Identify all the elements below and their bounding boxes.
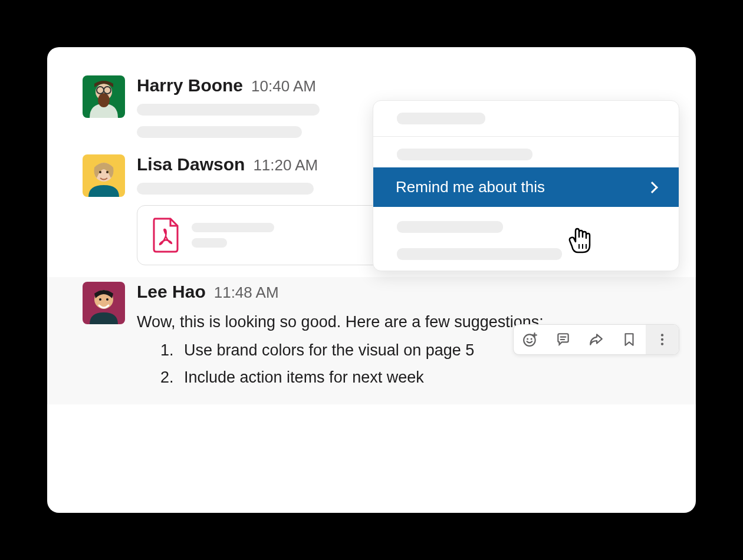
menu-item-label: Remind me about this	[396, 178, 545, 196]
list-item: Include action items for next week	[178, 365, 660, 390]
message-action-toolbar	[513, 324, 679, 355]
share-icon	[589, 332, 604, 347]
chevron-right-icon	[646, 182, 658, 193]
svg-point-13	[106, 298, 109, 301]
svg-point-2	[98, 93, 110, 107]
add-reaction-button[interactable]	[514, 325, 547, 354]
menu-placeholder[interactable]	[397, 113, 485, 124]
avatar[interactable]	[83, 282, 125, 324]
svg-point-17	[524, 334, 535, 346]
svg-point-8	[99, 171, 101, 173]
placeholder-line	[137, 126, 302, 138]
svg-point-18	[527, 338, 528, 340]
sender-name[interactable]: Lisa Dawson	[137, 154, 245, 174]
menu-placeholder[interactable]	[397, 149, 532, 160]
avatar[interactable]	[83, 154, 125, 197]
svg-point-9	[106, 171, 109, 173]
sender-name[interactable]: Lee Hao	[137, 282, 206, 302]
start-thread-button[interactable]	[547, 325, 580, 354]
attachment-meta	[192, 223, 274, 248]
placeholder-line	[137, 104, 320, 116]
message-timestamp: 11:20 AM	[253, 156, 318, 174]
sender-name[interactable]: Harry Boone	[137, 75, 243, 95]
bookmark-button[interactable]	[613, 325, 646, 354]
svg-point-25	[661, 338, 663, 341]
svg-point-24	[661, 334, 663, 336]
pdf-icon	[152, 218, 180, 253]
placeholder-line	[137, 183, 314, 195]
message-timestamp: 10:40 AM	[251, 77, 316, 95]
chat-window: Harry Boone 10:40 AM Lisa Dawson 11:20 A…	[47, 47, 696, 513]
svg-point-19	[531, 338, 532, 340]
more-actions-icon	[655, 332, 670, 347]
svg-point-26	[661, 342, 663, 345]
menu-placeholder[interactable]	[397, 221, 503, 233]
share-message-button[interactable]	[580, 325, 613, 354]
svg-point-12	[99, 298, 101, 301]
bookmark-icon	[622, 332, 637, 347]
message-context-menu: Remind me about this	[373, 100, 679, 271]
more-actions-button[interactable]	[646, 325, 679, 354]
menu-placeholder[interactable]	[397, 248, 562, 260]
add-reaction-icon	[522, 332, 538, 347]
message-timestamp: 11:48 AM	[214, 284, 279, 302]
avatar[interactable]	[83, 75, 125, 118]
thread-icon	[555, 332, 571, 347]
menu-item-remind-me[interactable]: Remind me about this	[373, 167, 679, 207]
